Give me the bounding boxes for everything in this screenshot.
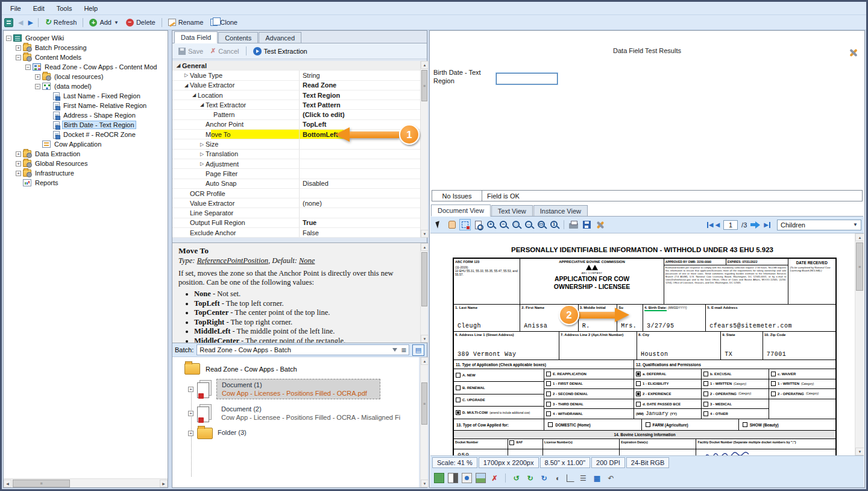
checkbox-icon[interactable] bbox=[771, 381, 776, 386]
checkbox-icon[interactable] bbox=[771, 372, 776, 376]
checkbox-option[interactable]: 2 - OPERATING(Category) bbox=[702, 389, 769, 399]
checkbox-option[interactable]: A. NEW bbox=[454, 369, 544, 382]
scrollbar-thumb[interactable]: ≡ bbox=[856, 242, 863, 291]
pan-hand-icon[interactable] bbox=[446, 219, 458, 230]
document-viewer[interactable]: PERSONALLY IDENTIFIABLE INFORMATION - WI… bbox=[430, 233, 864, 455]
tree-expander-icon[interactable]: + bbox=[35, 74, 40, 80]
lines-icon[interactable]: ☰ bbox=[578, 473, 588, 483]
checkbox-icon[interactable] bbox=[703, 372, 708, 376]
property-value[interactable]: (none) bbox=[300, 198, 420, 207]
property-value[interactable] bbox=[300, 150, 420, 159]
layers-icon[interactable]: ▦ bbox=[592, 473, 602, 483]
threshold-icon[interactable] bbox=[448, 473, 458, 483]
sidebar-item[interactable]: Birth Date - Text Region bbox=[4, 120, 168, 130]
batch-selector[interactable]: Read Zone - Cow Apps - Batch ▦ bbox=[197, 344, 409, 355]
checkbox-option[interactable]: 2 - OPERATING(Category) bbox=[769, 389, 835, 399]
tree-expander-icon[interactable]: − bbox=[6, 36, 11, 41]
checkbox-icon[interactable] bbox=[636, 381, 641, 386]
batch-scrollbar[interactable]: ▲ ≡ ▼ bbox=[420, 357, 428, 487]
property-row[interactable]: Page Filter bbox=[172, 169, 420, 179]
property-row[interactable]: ◢LocationText Region bbox=[172, 90, 420, 100]
checkbox-option[interactable]: E. REAPPLICATION bbox=[544, 369, 634, 379]
property-row[interactable]: ◢Text ExtractorText Pattern bbox=[172, 100, 420, 110]
tree-expander-icon[interactable]: − bbox=[35, 84, 40, 89]
save-image-icon[interactable] bbox=[581, 219, 593, 230]
property-value[interactable] bbox=[300, 169, 420, 178]
property-row[interactable]: ▷Value TypeString bbox=[172, 71, 420, 80]
children-selector[interactable]: Children▼ bbox=[777, 220, 861, 230]
undo-icon[interactable]: ↶ bbox=[606, 473, 616, 483]
checkbox-icon[interactable] bbox=[646, 422, 650, 427]
zoom-fit-width-icon[interactable]: ↔ bbox=[524, 220, 535, 230]
checkbox-icon[interactable] bbox=[703, 391, 708, 396]
sidebar-item[interactable]: First Name- Relative Region bbox=[4, 101, 168, 110]
sidebar-item[interactable]: +Data Extraction bbox=[4, 149, 168, 159]
checkbox-option[interactable]: 1 - FIRST DENIAL bbox=[544, 379, 634, 390]
tree-expander-icon[interactable]: + bbox=[188, 387, 193, 392]
expand-icon[interactable]: ◢ bbox=[183, 83, 190, 88]
checkbox-icon[interactable] bbox=[509, 440, 514, 445]
rotate-left-icon[interactable]: ↺ bbox=[511, 473, 521, 483]
checkbox-icon[interactable] bbox=[703, 411, 708, 416]
zoom-out-icon[interactable]: − bbox=[498, 220, 509, 230]
default-link[interactable]: None bbox=[299, 256, 315, 265]
batch-root[interactable]: Read Zone - Cow Apps - Batch bbox=[184, 363, 419, 375]
property-value[interactable]: Text Pattern bbox=[300, 100, 420, 109]
rename-button[interactable]: Rename bbox=[165, 17, 207, 27]
delete-button[interactable]: −Delete bbox=[123, 17, 159, 28]
dropout-icon[interactable] bbox=[462, 473, 472, 483]
zoom-actual-icon[interactable]: 1 bbox=[549, 220, 560, 230]
cow-type-option[interactable]: DOMESTIC (Home) bbox=[544, 419, 641, 430]
checkbox-icon[interactable] bbox=[743, 422, 747, 427]
open-batch-icon[interactable]: ▤ bbox=[412, 344, 424, 356]
property-value[interactable]: Disabled bbox=[300, 179, 420, 188]
scroll-up-icon[interactable]: ▲ bbox=[421, 61, 429, 69]
property-value[interactable]: Text Region bbox=[300, 90, 420, 100]
sidebar-item[interactable]: +Infrastructure bbox=[4, 168, 168, 178]
back-icon[interactable]: ◀ bbox=[16, 19, 25, 27]
tree-expander-icon[interactable]: + bbox=[16, 151, 21, 157]
tree-expander-icon[interactable]: + bbox=[16, 161, 21, 166]
image-icon[interactable] bbox=[476, 473, 486, 483]
checkbox-option[interactable]: c. WAIVER bbox=[769, 369, 835, 379]
scroll-up-icon[interactable]: ▲ bbox=[421, 243, 429, 251]
property-row[interactable]: Value Extractor(none) bbox=[172, 198, 420, 208]
property-grid-scrollbar[interactable]: ▲ ≡ ▼ bbox=[420, 61, 428, 238]
checkbox-icon[interactable] bbox=[546, 381, 551, 386]
scroll-right-icon[interactable]: ▶ bbox=[160, 480, 168, 487]
cow-type-option[interactable]: SHOW (Beauty) bbox=[738, 419, 835, 430]
menu-item-file[interactable]: File bbox=[4, 4, 27, 13]
property-row[interactable]: Line Separator bbox=[172, 208, 420, 218]
checkbox-icon[interactable] bbox=[771, 391, 776, 396]
property-row[interactable]: ▷Adjustment bbox=[172, 159, 420, 169]
crop-icon[interactable] bbox=[567, 474, 574, 482]
checkbox-icon[interactable] bbox=[636, 402, 641, 407]
checkbox-option[interactable]: C. UPGRADE bbox=[454, 394, 544, 407]
menu-item-tools[interactable]: Tools bbox=[51, 4, 78, 13]
checkbox-icon[interactable] bbox=[546, 391, 551, 396]
field-value-input[interactable] bbox=[496, 73, 558, 84]
grid-icon[interactable]: ▦ bbox=[401, 347, 406, 353]
previous-page-icon[interactable]: ◀ bbox=[715, 221, 720, 228]
next-page-icon[interactable] bbox=[750, 221, 760, 229]
checkbox-icon[interactable] bbox=[546, 372, 551, 376]
checkbox-icon[interactable] bbox=[456, 410, 461, 415]
checkbox-option[interactable]: B. RENEWAL bbox=[454, 382, 544, 394]
region-select-icon[interactable] bbox=[459, 219, 471, 230]
page-number-input[interactable]: 1 bbox=[723, 220, 738, 230]
scroll-down-icon[interactable]: ▼ bbox=[421, 335, 429, 343]
property-row[interactable]: Exclude AnchorFalse bbox=[172, 228, 420, 238]
zoom-in-icon[interactable]: + bbox=[486, 220, 497, 230]
cow-type-option[interactable]: FARM (Agriculture) bbox=[641, 419, 738, 430]
property-row[interactable]: Pattern(Click to edit) bbox=[172, 110, 420, 119]
viewer-settings-icon[interactable] bbox=[594, 219, 606, 230]
sidebar-item[interactable]: Reports bbox=[4, 178, 168, 188]
property-value[interactable] bbox=[300, 61, 420, 70]
clone-button[interactable]: Clone bbox=[207, 17, 241, 27]
property-row[interactable]: OCR Profile bbox=[172, 189, 420, 198]
property-value[interactable]: (Click to edit) bbox=[300, 110, 420, 119]
checkbox-icon[interactable] bbox=[456, 398, 461, 402]
tab-document-view[interactable]: Document View bbox=[431, 204, 491, 217]
menu-item-edit[interactable]: Edit bbox=[27, 4, 51, 13]
checkbox-option[interactable]: (MM)January(YY) bbox=[634, 409, 702, 419]
